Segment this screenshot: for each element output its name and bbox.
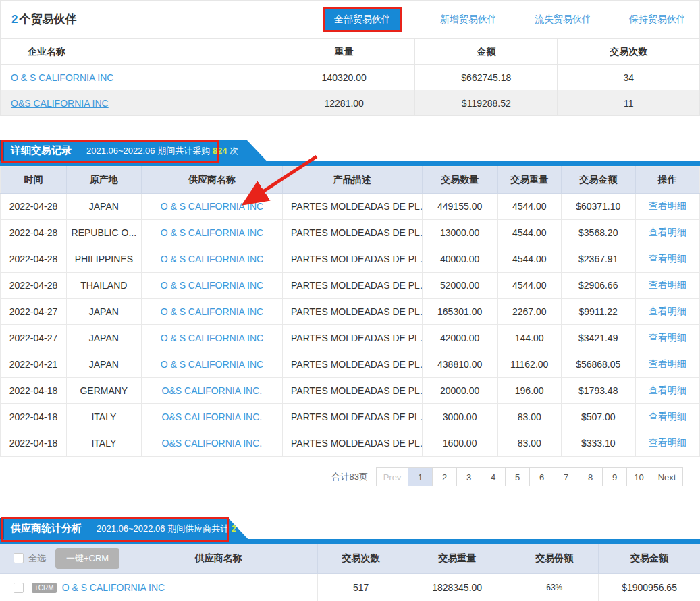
cell-origin: ITALY <box>66 430 141 457</box>
cell-weight: 11162.00 <box>497 351 561 378</box>
cell-weight: 83.00 <box>497 404 561 430</box>
detail-table-header-row: 时间 原产地 供应商名称 产品描述 交易数量 交易重量 交易金额 操作 <box>1 167 700 194</box>
pagination-page-3[interactable]: 3 <box>456 467 481 486</box>
partner-amount: $119288.52 <box>415 90 558 116</box>
col-supplier-name: 供应商名称 <box>119 552 317 565</box>
col-trade-amount: 交易金额 <box>561 167 635 194</box>
pagination-next-button[interactable]: Next <box>651 467 683 486</box>
cell-weight: 4544.00 <box>497 273 561 299</box>
cell-qty: 13000.00 <box>422 220 497 246</box>
supplier-link[interactable]: O & S CALIFORNIA INC <box>161 333 263 343</box>
supplier-link[interactable]: O&S CALIFORNIA INC. <box>162 385 263 396</box>
supplier-link[interactable]: O&S CALIFORNIA INC. <box>162 438 263 449</box>
view-detail-link[interactable]: 查看明细 <box>649 227 686 237</box>
cell-qty: 165301.00 <box>422 299 497 325</box>
view-detail-link[interactable]: 查看明细 <box>649 437 686 448</box>
cell-product: PARTES MOLDEADAS DE PL... <box>283 430 423 457</box>
cell-weight: 196.00 <box>497 378 561 404</box>
pagination-page-4[interactable]: 4 <box>481 467 506 486</box>
supplier-subtitle-count: 2 <box>232 523 236 534</box>
pagination-page-8[interactable]: 8 <box>578 467 603 486</box>
supplier-link[interactable]: O & S CALIFORNIA INC <box>161 227 263 238</box>
pagination-page-2[interactable]: 2 <box>432 467 457 486</box>
tab-new-partners[interactable]: 新增贸易伙伴 <box>440 13 497 26</box>
cell-amount: $3568.20 <box>561 220 635 246</box>
supplier-link[interactable]: O & S CALIFORNIA INC <box>161 306 263 317</box>
detail-subtitle-suffix: 次 <box>230 146 238 156</box>
view-detail-link[interactable]: 查看明细 <box>649 253 686 264</box>
supplier-link[interactable]: O & S CALIFORNIA INC <box>161 359 263 370</box>
supplier-link[interactable]: O & S CALIFORNIA INC <box>62 582 165 593</box>
cell-date: 2022-04-27 <box>1 299 67 325</box>
partners-count-suffix: 个贸易伙伴 <box>19 13 76 26</box>
pagination-page-10[interactable]: 10 <box>626 467 651 486</box>
partners-count-title: 2个贸易伙伴 <box>11 11 76 27</box>
supplier-link[interactable]: O & S CALIFORNIA INC <box>161 254 263 264</box>
cell-qty: 42000.00 <box>422 325 497 351</box>
select-all-checkbox[interactable] <box>14 553 24 563</box>
col-weight: 重量 <box>273 39 415 65</box>
pagination-page-9[interactable]: 9 <box>602 467 627 486</box>
supplier-subtitle-prefix: 2021.06~2022.06 期间供应商共计 <box>97 523 229 534</box>
cell-amount: $2906.66 <box>561 273 635 299</box>
cell-amount: $3421.49 <box>561 325 635 351</box>
pagination-page-7[interactable]: 7 <box>554 467 578 486</box>
cell-amount: $9911.22 <box>561 299 635 325</box>
cell-origin: PHILIPPINES <box>66 246 141 273</box>
add-to-crm-button[interactable]: 一键+CRM <box>55 548 119 569</box>
partner-company-link[interactable]: O & S CALIFORNIA INC <box>11 72 113 83</box>
view-detail-link[interactable]: 查看明细 <box>649 332 686 343</box>
supplier-stats-tab-row: 供应商统计分析 2021.06~2022.06 期间供应商共计 2 个 <box>0 518 700 544</box>
partner-amount: $662745.18 <box>415 65 558 90</box>
tab-lost-partners[interactable]: 流失贸易伙伴 <box>535 13 591 26</box>
pagination-page-6[interactable]: 6 <box>529 467 554 486</box>
detail-records-tab: 详细交易记录 2021.06~2022.06 期间共计采购 824 次 <box>4 140 271 166</box>
row-checkbox[interactable] <box>14 583 24 593</box>
col-trade-weight: 交易重量 <box>497 167 561 194</box>
tab-left-accent <box>0 518 4 539</box>
table-row: 2022-04-27 JAPAN O & S CALIFORNIA INC PA… <box>1 299 700 325</box>
table-row: O & S CALIFORNIA INC 140320.00 $662745.1… <box>1 65 699 90</box>
view-detail-link[interactable]: 查看明细 <box>649 200 686 211</box>
partner-company-link[interactable]: O&S CALIFORNIA INC <box>11 98 109 109</box>
crm-badge[interactable]: +CRM <box>32 583 57 593</box>
col-amount: 金额 <box>415 39 558 65</box>
cell-product: PARTES MOLDEADAS DE PL... <box>283 378 423 404</box>
cell-amount: $2367.91 <box>561 246 635 273</box>
tab-all-partners[interactable]: 全部贸易伙伴 <box>323 7 402 32</box>
view-detail-link[interactable]: 查看明细 <box>649 384 686 395</box>
supplier-link[interactable]: O & S CALIFORNIA INC <box>161 280 263 291</box>
cell-weight: 4544.00 <box>497 246 561 273</box>
detail-records-table: 时间 原产地 供应商名称 产品描述 交易数量 交易重量 交易金额 操作 2022… <box>0 166 700 457</box>
cell-qty: 52000.00 <box>422 273 497 299</box>
cell-weight: 4544.00 <box>497 194 561 220</box>
col-trade-amount: 交易金额 <box>599 544 700 573</box>
detail-tab-title: 详细交易记录 <box>11 144 72 157</box>
cell-product: PARTES MOLDEADAS DE PL... <box>283 246 423 273</box>
pagination-prev-button[interactable]: Prev <box>376 467 408 486</box>
cell-amount: $507.00 <box>561 404 635 430</box>
cell-date: 2022-04-28 <box>1 273 67 299</box>
tab-kept-partners[interactable]: 保持贸易伙伴 <box>629 13 686 26</box>
col-trade-weight: 交易重量 <box>404 544 510 573</box>
view-detail-link[interactable]: 查看明细 <box>649 411 686 422</box>
pagination-page-1[interactable]: 1 <box>408 467 433 486</box>
view-detail-link[interactable]: 查看明细 <box>649 279 686 290</box>
cell-product: PARTES MOLDEADAS DE PL... <box>283 220 423 246</box>
select-all-label: 全选 <box>28 552 46 565</box>
view-detail-link[interactable]: 查看明细 <box>649 358 686 369</box>
cell-weight: 83.00 <box>497 430 561 457</box>
supplier-stats-table: 全选 一键+CRM 供应商名称 交易次数 交易重量 交易份额 交易金额 +CRM… <box>0 544 700 601</box>
table-row: 2022-04-27 JAPAN O & S CALIFORNIA INC PA… <box>1 325 700 351</box>
cell-origin: REPUBLIC O... <box>66 220 141 246</box>
col-supplier: 供应商名称 <box>141 167 282 194</box>
cell-amount: $56868.05 <box>561 351 635 378</box>
view-detail-link[interactable]: 查看明细 <box>649 306 686 316</box>
supplier-link[interactable]: O&S CALIFORNIA INC. <box>162 411 263 422</box>
supplier-tab-title: 供应商统计分析 <box>11 522 82 535</box>
cell-origin: JAPAN <box>66 194 141 220</box>
supplier-link[interactable]: O & S CALIFORNIA INC <box>161 201 263 212</box>
supplier-tab-subtitle: 2021.06~2022.06 期间供应商共计 2 个 <box>97 523 248 535</box>
table-row: O&S CALIFORNIA INC 12281.00 $119288.52 1… <box>1 90 699 116</box>
pagination-page-5[interactable]: 5 <box>505 467 530 486</box>
